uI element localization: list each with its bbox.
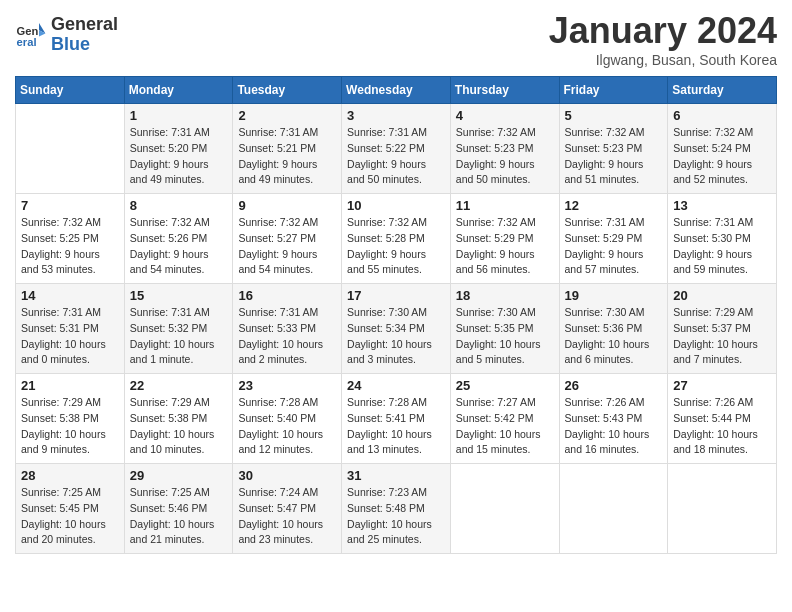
day-info: Sunrise: 7:29 AM Sunset: 5:38 PM Dayligh… — [130, 395, 228, 458]
day-number: 29 — [130, 468, 228, 483]
calendar-cell: 11Sunrise: 7:32 AM Sunset: 5:29 PM Dayli… — [450, 194, 559, 284]
calendar-cell: 18Sunrise: 7:30 AM Sunset: 5:35 PM Dayli… — [450, 284, 559, 374]
calendar-cell: 16Sunrise: 7:31 AM Sunset: 5:33 PM Dayli… — [233, 284, 342, 374]
calendar-cell: 5Sunrise: 7:32 AM Sunset: 5:23 PM Daylig… — [559, 104, 668, 194]
day-info: Sunrise: 7:28 AM Sunset: 5:40 PM Dayligh… — [238, 395, 336, 458]
day-info: Sunrise: 7:26 AM Sunset: 5:44 PM Dayligh… — [673, 395, 771, 458]
day-number: 16 — [238, 288, 336, 303]
logo-text-line2: Blue — [51, 35, 118, 55]
day-info: Sunrise: 7:31 AM Sunset: 5:22 PM Dayligh… — [347, 125, 445, 188]
calendar-cell: 22Sunrise: 7:29 AM Sunset: 5:38 PM Dayli… — [124, 374, 233, 464]
calendar-cell: 7Sunrise: 7:32 AM Sunset: 5:25 PM Daylig… — [16, 194, 125, 284]
calendar-cell: 25Sunrise: 7:27 AM Sunset: 5:42 PM Dayli… — [450, 374, 559, 464]
calendar-cell: 31Sunrise: 7:23 AM Sunset: 5:48 PM Dayli… — [342, 464, 451, 554]
logo: Gen eral General Blue — [15, 15, 118, 55]
day-number: 31 — [347, 468, 445, 483]
day-info: Sunrise: 7:30 AM Sunset: 5:35 PM Dayligh… — [456, 305, 554, 368]
day-number: 9 — [238, 198, 336, 213]
calendar-week-row: 14Sunrise: 7:31 AM Sunset: 5:31 PM Dayli… — [16, 284, 777, 374]
calendar-cell: 29Sunrise: 7:25 AM Sunset: 5:46 PM Dayli… — [124, 464, 233, 554]
day-of-week-header: Thursday — [450, 77, 559, 104]
calendar-cell: 23Sunrise: 7:28 AM Sunset: 5:40 PM Dayli… — [233, 374, 342, 464]
day-info: Sunrise: 7:27 AM Sunset: 5:42 PM Dayligh… — [456, 395, 554, 458]
day-info: Sunrise: 7:24 AM Sunset: 5:47 PM Dayligh… — [238, 485, 336, 548]
day-of-week-header: Tuesday — [233, 77, 342, 104]
day-number: 20 — [673, 288, 771, 303]
day-info: Sunrise: 7:29 AM Sunset: 5:37 PM Dayligh… — [673, 305, 771, 368]
day-info: Sunrise: 7:32 AM Sunset: 5:25 PM Dayligh… — [21, 215, 119, 278]
day-info: Sunrise: 7:26 AM Sunset: 5:43 PM Dayligh… — [565, 395, 663, 458]
day-info: Sunrise: 7:31 AM Sunset: 5:30 PM Dayligh… — [673, 215, 771, 278]
calendar-cell: 1Sunrise: 7:31 AM Sunset: 5:20 PM Daylig… — [124, 104, 233, 194]
calendar-header-row: SundayMondayTuesdayWednesdayThursdayFrid… — [16, 77, 777, 104]
day-number: 21 — [21, 378, 119, 393]
day-of-week-header: Sunday — [16, 77, 125, 104]
calendar-cell: 19Sunrise: 7:30 AM Sunset: 5:36 PM Dayli… — [559, 284, 668, 374]
calendar-cell: 14Sunrise: 7:31 AM Sunset: 5:31 PM Dayli… — [16, 284, 125, 374]
day-number: 2 — [238, 108, 336, 123]
day-info: Sunrise: 7:32 AM Sunset: 5:23 PM Dayligh… — [456, 125, 554, 188]
day-number: 15 — [130, 288, 228, 303]
day-of-week-header: Wednesday — [342, 77, 451, 104]
day-of-week-header: Monday — [124, 77, 233, 104]
calendar-cell: 15Sunrise: 7:31 AM Sunset: 5:32 PM Dayli… — [124, 284, 233, 374]
calendar-week-row: 7Sunrise: 7:32 AM Sunset: 5:25 PM Daylig… — [16, 194, 777, 284]
day-info: Sunrise: 7:32 AM Sunset: 5:27 PM Dayligh… — [238, 215, 336, 278]
calendar-cell: 24Sunrise: 7:28 AM Sunset: 5:41 PM Dayli… — [342, 374, 451, 464]
title-block: January 2024 Ilgwang, Busan, South Korea — [549, 10, 777, 68]
day-number: 24 — [347, 378, 445, 393]
location-subtitle: Ilgwang, Busan, South Korea — [549, 52, 777, 68]
calendar-cell — [559, 464, 668, 554]
day-number: 11 — [456, 198, 554, 213]
svg-text:eral: eral — [17, 36, 37, 48]
day-number: 7 — [21, 198, 119, 213]
page-header: Gen eral General Blue January 2024 Ilgwa… — [15, 10, 777, 68]
day-number: 23 — [238, 378, 336, 393]
day-number: 5 — [565, 108, 663, 123]
calendar-cell: 21Sunrise: 7:29 AM Sunset: 5:38 PM Dayli… — [16, 374, 125, 464]
day-number: 26 — [565, 378, 663, 393]
day-info: Sunrise: 7:29 AM Sunset: 5:38 PM Dayligh… — [21, 395, 119, 458]
calendar-cell: 6Sunrise: 7:32 AM Sunset: 5:24 PM Daylig… — [668, 104, 777, 194]
day-info: Sunrise: 7:28 AM Sunset: 5:41 PM Dayligh… — [347, 395, 445, 458]
calendar-cell: 17Sunrise: 7:30 AM Sunset: 5:34 PM Dayli… — [342, 284, 451, 374]
calendar-cell: 20Sunrise: 7:29 AM Sunset: 5:37 PM Dayli… — [668, 284, 777, 374]
calendar-cell: 8Sunrise: 7:32 AM Sunset: 5:26 PM Daylig… — [124, 194, 233, 284]
day-info: Sunrise: 7:25 AM Sunset: 5:45 PM Dayligh… — [21, 485, 119, 548]
calendar-cell: 3Sunrise: 7:31 AM Sunset: 5:22 PM Daylig… — [342, 104, 451, 194]
day-info: Sunrise: 7:31 AM Sunset: 5:33 PM Dayligh… — [238, 305, 336, 368]
day-of-week-header: Friday — [559, 77, 668, 104]
day-number: 12 — [565, 198, 663, 213]
day-number: 30 — [238, 468, 336, 483]
svg-text:Gen: Gen — [17, 25, 39, 37]
day-number: 8 — [130, 198, 228, 213]
calendar-week-row: 28Sunrise: 7:25 AM Sunset: 5:45 PM Dayli… — [16, 464, 777, 554]
calendar-cell: 30Sunrise: 7:24 AM Sunset: 5:47 PM Dayli… — [233, 464, 342, 554]
day-info: Sunrise: 7:32 AM Sunset: 5:28 PM Dayligh… — [347, 215, 445, 278]
day-of-week-header: Saturday — [668, 77, 777, 104]
calendar-cell — [668, 464, 777, 554]
logo-text-line1: General — [51, 15, 118, 35]
day-number: 22 — [130, 378, 228, 393]
calendar-cell: 26Sunrise: 7:26 AM Sunset: 5:43 PM Dayli… — [559, 374, 668, 464]
calendar-table: SundayMondayTuesdayWednesdayThursdayFrid… — [15, 76, 777, 554]
calendar-cell: 27Sunrise: 7:26 AM Sunset: 5:44 PM Dayli… — [668, 374, 777, 464]
day-info: Sunrise: 7:25 AM Sunset: 5:46 PM Dayligh… — [130, 485, 228, 548]
day-number: 4 — [456, 108, 554, 123]
day-info: Sunrise: 7:31 AM Sunset: 5:32 PM Dayligh… — [130, 305, 228, 368]
calendar-cell — [16, 104, 125, 194]
logo-icon: Gen eral — [15, 19, 47, 51]
day-number: 27 — [673, 378, 771, 393]
day-number: 3 — [347, 108, 445, 123]
day-info: Sunrise: 7:30 AM Sunset: 5:34 PM Dayligh… — [347, 305, 445, 368]
calendar-week-row: 1Sunrise: 7:31 AM Sunset: 5:20 PM Daylig… — [16, 104, 777, 194]
day-info: Sunrise: 7:23 AM Sunset: 5:48 PM Dayligh… — [347, 485, 445, 548]
month-title: January 2024 — [549, 10, 777, 52]
calendar-cell: 2Sunrise: 7:31 AM Sunset: 5:21 PM Daylig… — [233, 104, 342, 194]
day-number: 18 — [456, 288, 554, 303]
day-info: Sunrise: 7:30 AM Sunset: 5:36 PM Dayligh… — [565, 305, 663, 368]
calendar-week-row: 21Sunrise: 7:29 AM Sunset: 5:38 PM Dayli… — [16, 374, 777, 464]
day-number: 10 — [347, 198, 445, 213]
day-info: Sunrise: 7:31 AM Sunset: 5:29 PM Dayligh… — [565, 215, 663, 278]
day-info: Sunrise: 7:32 AM Sunset: 5:24 PM Dayligh… — [673, 125, 771, 188]
